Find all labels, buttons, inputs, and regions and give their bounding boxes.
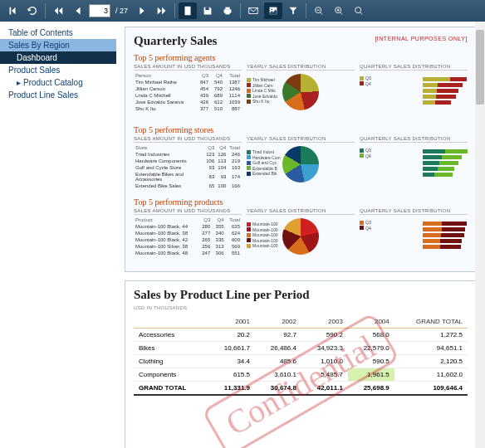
svg-rect-4 [225,12,229,15]
table-row: Components615.53,610.15,485.71,961.511,6… [134,368,468,382]
sales-report-title: Sales by Product Line per Period [134,288,468,302]
page-number-input[interactable] [89,4,110,17]
sales-table: 2001200220032004GRAND TOTALAccessories20… [134,315,468,396]
pie-chart: Tim Michael Jillian CarsLinda C MitcJosé… [247,74,355,120]
section-title: Top 5 performing agents [134,53,468,62]
prev-page-button[interactable] [69,2,87,19]
toc-sidebar: Table of ContentsSales By RegionDashboar… [0,22,116,448]
vertical-scrollbar[interactable] [475,22,485,448]
toc-item[interactable]: Product Sales [0,64,116,76]
svg-rect-0 [185,7,191,16]
page-layout-button[interactable] [179,2,197,19]
toc-item[interactable]: Dashboard [0,51,116,64]
zoom-in-button[interactable] [330,2,348,19]
email-button[interactable] [244,2,262,19]
toc-item[interactable]: Sales By Region [0,39,116,51]
rewind-button[interactable] [49,2,67,19]
gallery-button[interactable] [264,2,282,19]
page-total-label: / 27 [115,7,128,15]
toc-item[interactable]: Product Line Sales [0,89,116,101]
data-table: StoreQ3Q4TotalTriad Industries123126246H… [134,144,242,189]
pie-chart: Triad IndustHardware ComGolf and CycExte… [247,146,355,192]
unit-note: USD IN THOUSANDS [134,305,468,310]
data-table: PersonQ3Q4TotalTim Michael Rathe84754013… [134,72,242,112]
svg-rect-3 [225,7,229,10]
section-title: Top 5 performing products [134,197,468,207]
filter-button[interactable] [284,2,302,19]
reload-button[interactable] [23,2,42,19]
zoom-out-button[interactable] [310,2,328,19]
table-row: Accessories20.292.7590.2568.01,272.5 [134,329,468,342]
first-page-button[interactable] [3,2,22,19]
bar-chart: Q3Q4 [360,217,468,263]
pie-chart: Mountain-100Mountain-100Mountain-100Moun… [247,218,355,265]
toc-item[interactable]: Table of Contents [0,27,116,39]
next-page-button[interactable] [133,2,151,19]
scrollbar-thumb[interactable] [476,30,484,105]
svg-point-10 [355,7,361,13]
forward-button[interactable] [153,2,171,19]
print-button[interactable] [218,2,237,19]
table-row: Bikes10,661.726,486.434,923.322,579.094,… [134,342,468,355]
svg-point-7 [271,8,272,10]
zoom-fit-button[interactable] [350,2,368,19]
toc-item[interactable]: ▸Product Catalog [0,76,116,89]
dashboard-page: Quarterly Sales [INTERNAL PURPOSES ONLY]… [125,27,477,272]
report-toolbar: / 27 [0,0,485,22]
sales-report-page: Sales by Product Line per Period USD IN … [125,280,477,448]
table-row: Clothing34.4485.61,010.0590.52,120.5 [134,355,468,368]
svg-rect-1 [205,7,208,11]
data-table: ProductQ3Q4TotalMountain-100 Black, 4428… [134,217,242,256]
bar-chart: Q3Q4 [360,72,468,119]
section-title: Top 5 performing stores [134,125,468,134]
report-viewer[interactable]: Quarterly Sales [INTERNAL PURPOSES ONLY]… [116,22,485,448]
bar-chart: Q3Q4 [360,144,468,191]
total-row: GRAND TOTAL11,331.930,674.842,011.125,69… [134,382,468,396]
internal-stamp: [INTERNAL PURPOSES ONLY] [375,36,468,41]
save-button[interactable] [198,2,217,19]
